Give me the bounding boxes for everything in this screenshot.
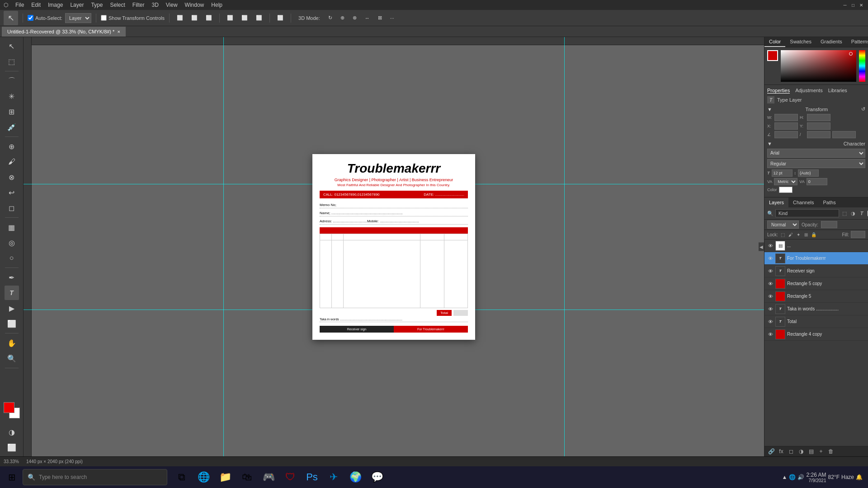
tab-color[interactable]: Color: [764, 37, 785, 47]
tab-adjustments[interactable]: Adjustments: [795, 88, 823, 94]
canvas-area[interactable]: Troublemakerrr Graphics Designer | Photo…: [24, 37, 764, 456]
select-tool[interactable]: ⬚: [5, 54, 19, 69]
transform-w-input[interactable]: [774, 114, 798, 121]
tab-properties[interactable]: Properties: [767, 88, 790, 94]
menu-3d[interactable]: 3D: [151, 2, 158, 8]
transform-x-input[interactable]: [774, 122, 798, 130]
color-gradient-picker[interactable]: [781, 50, 856, 82]
store-btn[interactable]: 🛍: [237, 467, 257, 487]
layer-vis-2[interactable]: 👁: [767, 268, 774, 274]
menu-window[interactable]: Window: [185, 2, 204, 8]
transform-skew-input[interactable]: [807, 131, 830, 138]
brush-tool[interactable]: 🖌: [5, 155, 19, 169]
filter-adjust-icon[interactable]: ◑: [849, 210, 857, 217]
transform-h-input[interactable]: [807, 114, 830, 121]
link-layers-icon[interactable]: 🔗: [767, 448, 775, 455]
taskbar-search-box[interactable]: 🔍 Type here to search: [23, 469, 167, 485]
hand-tool[interactable]: ✋: [5, 336, 19, 350]
gradient-tool[interactable]: ▦: [5, 220, 19, 235]
blur-tool[interactable]: ◎: [5, 235, 19, 250]
mask-mode[interactable]: ◑: [5, 425, 19, 439]
type-tool[interactable]: T: [5, 286, 19, 300]
menu-layer[interactable]: Layer: [70, 2, 84, 8]
align-left[interactable]: ⬜: [174, 14, 186, 22]
healing-brush[interactable]: ⊕: [5, 139, 19, 154]
font-style-select[interactable]: Regular: [767, 159, 865, 168]
chrome-btn[interactable]: 🌍: [345, 467, 365, 487]
layer-item-1[interactable]: 👁 T For Troublemakerrr: [764, 252, 868, 265]
edge-btn[interactable]: 🌐: [193, 467, 213, 487]
layer-vis-4[interactable]: 👁: [767, 293, 774, 300]
telegram-btn[interactable]: ✈: [324, 467, 344, 487]
tab-libraries[interactable]: Libraries: [828, 88, 847, 94]
menu-file[interactable]: File: [15, 2, 24, 8]
transform-reset-icon[interactable]: ↺: [861, 106, 865, 112]
move-tool-btn[interactable]: ↖: [4, 11, 18, 25]
lock-artboard-icon[interactable]: ⊞: [803, 232, 809, 237]
menu-view[interactable]: View: [166, 2, 178, 8]
close-button[interactable]: ✕: [858, 2, 864, 8]
layer-item-4[interactable]: 👁 Rectangle 5: [764, 290, 868, 303]
fill-input[interactable]: 100%: [851, 231, 865, 238]
menu-filter[interactable]: Filter: [132, 2, 145, 8]
auto-select-checkbox[interactable]: Auto-Select:: [28, 15, 62, 21]
3d-rotate[interactable]: ↻: [326, 14, 335, 22]
start-button[interactable]: ⊞: [2, 467, 22, 487]
layer-vis-0[interactable]: 👁: [767, 243, 774, 249]
move-tool[interactable]: ↖: [5, 39, 19, 53]
collapse-panels-btn[interactable]: ◀: [759, 243, 764, 251]
tab-gradients[interactable]: Gradients: [816, 37, 847, 47]
app-icon[interactable]: ⬡: [4, 2, 8, 8]
layer-item-7[interactable]: 👁 Rectangle 4 copy: [764, 328, 868, 341]
layer-vis-5[interactable]: 👁: [767, 306, 774, 312]
document-tab[interactable]: Untitled-1-Recovered @ 33.3% (No, CMYK/8…: [2, 27, 126, 37]
menu-select[interactable]: Select: [110, 2, 125, 8]
leading-input[interactable]: [798, 169, 819, 177]
font-family-select[interactable]: Arial: [767, 149, 865, 158]
color-swatch-container[interactable]: [4, 402, 20, 418]
antivirus-btn[interactable]: 🛡: [280, 467, 300, 487]
layer-vis-1[interactable]: 👁: [767, 255, 774, 262]
crop-tool[interactable]: ⊞: [5, 104, 19, 119]
tab-swatches[interactable]: Swatches: [785, 37, 816, 47]
menu-edit[interactable]: Edit: [31, 2, 41, 8]
layer-item-6[interactable]: 👁 T Total: [764, 315, 868, 328]
character-section-header[interactable]: ▼ Character: [767, 141, 865, 146]
blend-mode-select[interactable]: Normal: [767, 221, 799, 229]
layer-item-5[interactable]: 👁 T Taka in words ..................: [764, 303, 868, 315]
lock-position-icon[interactable]: ✦: [795, 232, 802, 237]
taskview-btn[interactable]: ⧉: [172, 467, 192, 487]
foreground-color-swatch[interactable]: [4, 402, 14, 413]
layer-item-3[interactable]: 👁 Rectangle 5 copy: [764, 277, 868, 290]
tab-patterns[interactable]: Patterns: [847, 37, 868, 47]
char-color-swatch[interactable]: [779, 187, 793, 193]
3d-dolly[interactable]: ⊗: [350, 14, 359, 22]
transform-checkbox[interactable]: Show Transform Controls: [101, 15, 165, 21]
tab-close-icon[interactable]: ×: [117, 29, 120, 34]
transform-section-header[interactable]: ▼ Transform ↺: [767, 106, 865, 112]
lock-all-icon[interactable]: 🔒: [811, 232, 817, 237]
zoom-tool[interactable]: 🔍: [5, 351, 19, 366]
new-group-icon[interactable]: ▤: [807, 448, 815, 455]
photoshop-btn[interactable]: Ps: [302, 467, 322, 487]
filter-pixel-icon[interactable]: ⬚: [841, 210, 848, 217]
menu-image[interactable]: Image: [48, 2, 63, 8]
layer-vis-6[interactable]: 👁: [767, 319, 774, 325]
layers-kind-input[interactable]: [775, 209, 839, 217]
layer-vis-3[interactable]: 👁: [767, 281, 774, 287]
font-size-input[interactable]: [772, 169, 793, 177]
screen-mode[interactable]: ⬜: [5, 440, 19, 455]
explorer-btn[interactable]: 📁: [215, 467, 235, 487]
more-options[interactable]: ···: [387, 14, 397, 22]
history-brush[interactable]: ↩: [5, 185, 19, 200]
menu-help[interactable]: Help: [211, 2, 222, 8]
layer-vis-7[interactable]: 👁: [767, 331, 774, 338]
path-select[interactable]: ▶: [5, 301, 19, 315]
align-right[interactable]: ⬜: [203, 14, 215, 22]
active-color-swatch[interactable]: [767, 50, 778, 61]
3d-slide[interactable]: ↔: [362, 14, 373, 22]
new-fill-icon[interactable]: ◑: [797, 448, 805, 455]
maximize-button[interactable]: □: [850, 2, 856, 8]
layer-dropdown[interactable]: Layer: [65, 13, 91, 23]
3d-scale[interactable]: ⊠: [375, 14, 385, 22]
